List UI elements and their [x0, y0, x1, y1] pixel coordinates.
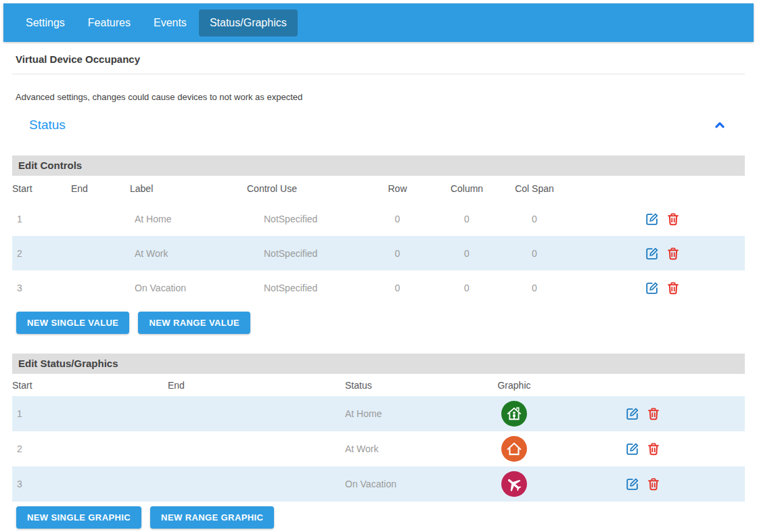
- col-graphic: Graphic: [474, 380, 555, 391]
- col-status: Status: [345, 380, 474, 391]
- chevron-up-icon[interactable]: [712, 118, 727, 132]
- cell-status: On Vacation: [345, 479, 474, 489]
- cell-start: 1: [12, 214, 71, 224]
- tab-events[interactable]: Events: [143, 9, 198, 37]
- edit-controls-header: Edit Controls: [12, 155, 745, 176]
- home-occupied-icon: [501, 401, 527, 427]
- table-row: 2 At Work: [12, 431, 745, 466]
- edit-icon[interactable]: [625, 441, 640, 456]
- delete-icon[interactable]: [646, 441, 661, 456]
- status-section-label[interactable]: Status: [29, 118, 66, 132]
- edit-icon[interactable]: [645, 212, 660, 226]
- col-start: Start: [12, 183, 71, 194]
- cell-col-span: 0: [504, 214, 565, 224]
- cell-control-use: NotSpecified: [247, 248, 365, 259]
- edit-status-graphics-table: Start End Status Graphic 1 At Home 2 At …: [12, 374, 745, 502]
- cell-start: 2: [12, 248, 71, 259]
- cell-label: At Home: [130, 214, 247, 224]
- new-range-graphic-button[interactable]: NEW RANGE GRAPHIC: [150, 506, 274, 529]
- tab-features[interactable]: Features: [77, 9, 141, 37]
- table-header-row: Start End Label Control Use Row Column C…: [12, 176, 745, 201]
- edit-controls-table: Start End Label Control Use Row Column C…: [12, 176, 745, 305]
- col-control-use: Control Use: [247, 183, 365, 194]
- new-range-value-button[interactable]: NEW RANGE VALUE: [138, 312, 250, 334]
- tab-settings[interactable]: Settings: [15, 9, 76, 37]
- cell-column: 0: [430, 248, 504, 259]
- cell-row: 0: [365, 248, 430, 259]
- cell-status: At Home: [345, 408, 474, 419]
- col-column: Column: [430, 183, 504, 194]
- cell-status: At Work: [345, 443, 474, 454]
- cell-label: On Vacation: [130, 283, 247, 293]
- col-row: Row: [365, 183, 430, 194]
- new-single-value-button[interactable]: NEW SINGLE VALUE: [16, 312, 129, 334]
- top-tab-bar: Settings Features Events Status/Graphics: [3, 3, 754, 42]
- col-end: End: [168, 380, 345, 391]
- cell-start: 2: [12, 443, 168, 454]
- edit-icon[interactable]: [645, 281, 660, 295]
- new-single-graphic-button[interactable]: NEW SINGLE GRAPHIC: [16, 506, 141, 529]
- table-row: 1 At Home NotSpecified 0 0 0: [12, 201, 745, 236]
- delete-icon[interactable]: [666, 281, 681, 295]
- delete-icon[interactable]: [646, 406, 661, 421]
- delete-icon[interactable]: [666, 212, 681, 226]
- col-start: Start: [12, 380, 168, 391]
- cell-start: 1: [12, 408, 168, 419]
- graphics-buttons: NEW SINGLE GRAPHIC NEW RANGE GRAPHIC: [16, 506, 757, 529]
- col-col-span: Col Span: [504, 183, 565, 194]
- page-title: Virtual Device Occupancy: [0, 42, 757, 74]
- cell-control-use: NotSpecified: [247, 283, 365, 293]
- col-label: Label: [130, 183, 247, 194]
- cell-start: 3: [12, 479, 168, 489]
- edit-icon[interactable]: [625, 477, 640, 491]
- col-end: End: [71, 183, 130, 194]
- cell-control-use: NotSpecified: [247, 214, 365, 224]
- table-row: 2 At Work NotSpecified 0 0 0: [12, 236, 745, 270]
- table-header-row: Start End Status Graphic: [12, 374, 745, 396]
- delete-icon[interactable]: [646, 477, 661, 491]
- table-row: 1 At Home: [12, 396, 745, 431]
- warning-text: Advanced settings, changes could cause d…: [0, 74, 757, 102]
- edit-icon[interactable]: [645, 246, 660, 261]
- cell-col-span: 0: [504, 283, 565, 293]
- edit-status-graphics-header: Edit Status/Graphics: [12, 354, 745, 374]
- cell-row: 0: [365, 214, 430, 224]
- cell-col-span: 0: [504, 248, 565, 259]
- cell-column: 0: [430, 214, 504, 224]
- table-row: 3 On Vacation: [12, 466, 745, 502]
- table-row: 3 On Vacation NotSpecified 0 0 0: [12, 270, 745, 305]
- delete-icon[interactable]: [666, 246, 681, 261]
- cell-row: 0: [365, 283, 430, 293]
- edit-icon[interactable]: [625, 406, 640, 421]
- cell-start: 3: [12, 283, 71, 293]
- airplane-icon: [501, 471, 527, 497]
- cell-label: At Work: [130, 248, 247, 259]
- home-icon: [501, 436, 527, 462]
- controls-buttons: NEW SINGLE VALUE NEW RANGE VALUE: [16, 312, 757, 334]
- tab-status-graphics[interactable]: Status/Graphics: [199, 9, 298, 37]
- status-section-header[interactable]: Status: [0, 114, 757, 136]
- cell-column: 0: [430, 283, 504, 293]
